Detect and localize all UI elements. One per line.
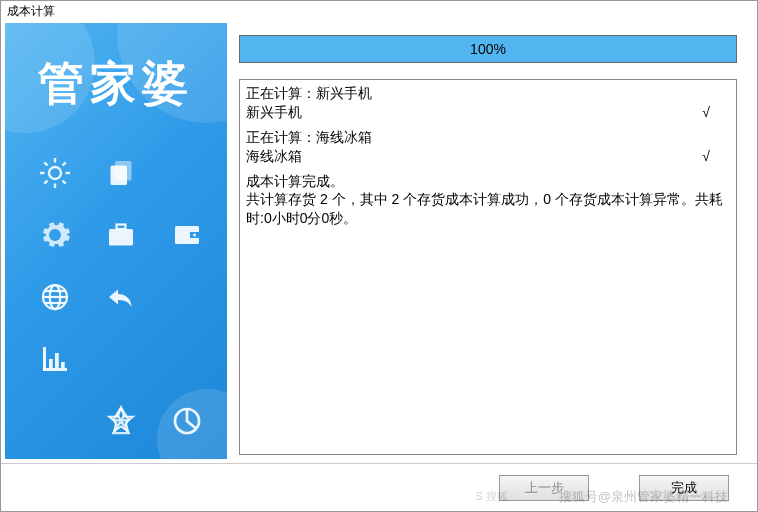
checkmark-icon: √ (702, 103, 730, 122)
svg-line-6 (63, 181, 66, 184)
app-logo: 管家婆 (5, 53, 227, 115)
briefcase-icon (101, 215, 141, 255)
sidebar-icon-grid (35, 153, 225, 459)
svg-line-7 (44, 181, 47, 184)
main-panel: 100% 正在计算：新兴手机 新兴手机 √ 正在计算：海线冰箱 海线冰箱 √ 成… (235, 23, 753, 459)
log-item-name: 海线冰箱 (246, 147, 302, 166)
log-line: 新兴手机 √ (246, 103, 730, 122)
svg-point-15 (193, 234, 196, 237)
log-item-name: 新兴手机 (246, 103, 302, 122)
sidebar-panel: 管家婆 (5, 23, 227, 459)
copy-icon (101, 153, 141, 193)
gear-icon (35, 215, 75, 255)
svg-rect-21 (43, 347, 46, 371)
star-icon (101, 401, 141, 441)
blank-icon-2 (167, 277, 207, 317)
log-line: 海线冰箱 √ (246, 147, 730, 166)
window-title: 成本计算 (1, 1, 757, 19)
log-line: 成本计算完成。 (246, 172, 730, 191)
blank-icon-5 (35, 401, 75, 441)
svg-rect-12 (117, 225, 126, 230)
log-line: 正在计算：海线冰箱 (246, 128, 730, 147)
svg-rect-25 (61, 362, 65, 368)
checkmark-icon: √ (702, 147, 730, 166)
log-summary: 共计算存货 2 个，其中 2 个存货成本计算成功，0 个存货成本计算异常。共耗时… (246, 190, 730, 228)
blank-icon (167, 153, 207, 193)
svg-rect-24 (55, 353, 59, 368)
sun-icon (35, 153, 75, 193)
svg-rect-11 (109, 229, 133, 246)
svg-line-8 (63, 162, 66, 165)
log-textarea[interactable]: 正在计算：新兴手机 新兴手机 √ 正在计算：海线冰箱 海线冰箱 √ 成本计算完成… (239, 79, 737, 455)
prev-button[interactable]: 上一步 (499, 475, 589, 501)
blank-icon-3 (101, 339, 141, 379)
svg-point-0 (49, 167, 61, 179)
log-line: 正在计算：新兴手机 (246, 84, 730, 103)
bar-chart-icon (35, 339, 75, 379)
svg-rect-22 (43, 368, 67, 371)
progress-bar: 100% (239, 35, 737, 63)
pie-chart-icon (167, 401, 207, 441)
undo-icon (101, 277, 141, 317)
svg-rect-23 (49, 359, 53, 368)
svg-rect-10 (111, 166, 128, 186)
cost-calc-window: 成本计算 管家婆 (0, 0, 758, 512)
progress-percent: 100% (470, 41, 506, 57)
footer-bar: 上一步 完成 (1, 463, 757, 511)
wallet-icon (167, 215, 207, 255)
blank-icon-4 (167, 339, 207, 379)
finish-button[interactable]: 完成 (639, 475, 729, 501)
svg-line-5 (44, 162, 47, 165)
content-area: 管家婆 100% (1, 19, 757, 463)
globe-icon (35, 277, 75, 317)
